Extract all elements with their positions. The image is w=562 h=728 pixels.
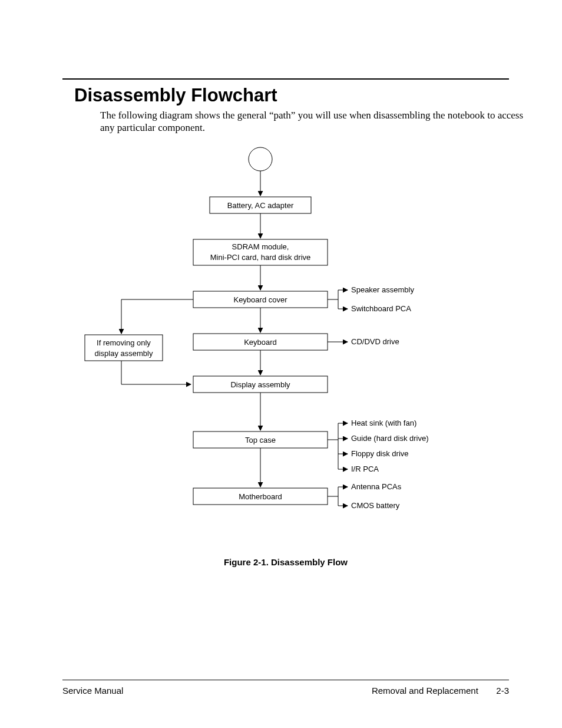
node-display: Display assembly bbox=[230, 380, 290, 389]
branch-cmos: CMOS battery bbox=[351, 501, 400, 510]
node-sdram-line2: Mini-PCI card, hard disk drive bbox=[210, 253, 311, 262]
node-keyboard: Keyboard bbox=[244, 338, 277, 347]
branch-antenna: Antenna PCAs bbox=[351, 482, 402, 491]
branch-cddvd: CD/DVD drive bbox=[351, 337, 399, 346]
node-topcase: Top case bbox=[245, 436, 276, 444]
node-motherboard: Motherboard bbox=[239, 492, 282, 501]
node-sdram-line1: SDRAM module, bbox=[232, 242, 289, 251]
branch-heatsink: Heat sink (with fan) bbox=[351, 419, 416, 427]
intro-text: The following diagram shows the general … bbox=[100, 109, 531, 134]
flowchart: Battery, AC adapter SDRAM module, Mini-P… bbox=[62, 140, 509, 546]
page-title: Disassembly Flowchart bbox=[74, 85, 277, 106]
rule-top bbox=[62, 78, 509, 80]
footer-left: Service Manual bbox=[62, 686, 123, 696]
node-kbcover: Keyboard cover bbox=[233, 295, 287, 304]
branch-irpca: I/R PCA bbox=[351, 465, 379, 473]
side-note-line1: If removing only bbox=[97, 338, 151, 347]
footer-right: Removal and Replacement bbox=[372, 686, 478, 696]
node-battery: Battery, AC adapter bbox=[227, 201, 294, 210]
side-note-line2: display assembly bbox=[95, 349, 153, 358]
branch-switchboard: Switchboard PCA bbox=[351, 304, 411, 313]
footer: Service Manual Removal and Replacement 2… bbox=[62, 686, 509, 696]
branch-floppy: Floppy disk drive bbox=[351, 449, 409, 458]
figure-caption: Figure 2-1. Disassembly Flow bbox=[62, 557, 509, 567]
footer-page: 2-3 bbox=[481, 686, 509, 696]
svg-point-0 bbox=[249, 147, 272, 171]
branch-guide: Guide (hard disk drive) bbox=[351, 434, 429, 443]
rule-bottom bbox=[62, 680, 509, 680]
branch-speaker: Speaker assembly bbox=[351, 285, 414, 294]
